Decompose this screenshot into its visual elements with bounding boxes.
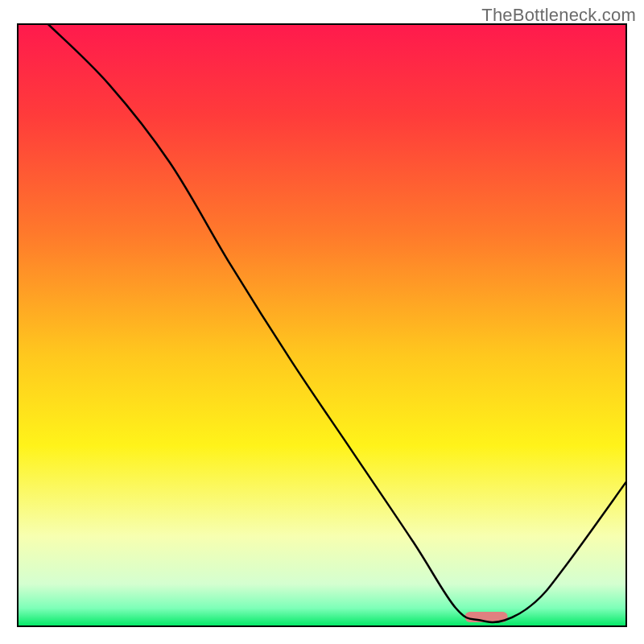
watermark-text: TheBottleneck.com <box>481 5 636 26</box>
gradient-background <box>18 24 626 626</box>
bottleneck-chart <box>0 0 644 644</box>
chart-container: { "watermark": "TheBottleneck.com", "cha… <box>0 0 644 644</box>
